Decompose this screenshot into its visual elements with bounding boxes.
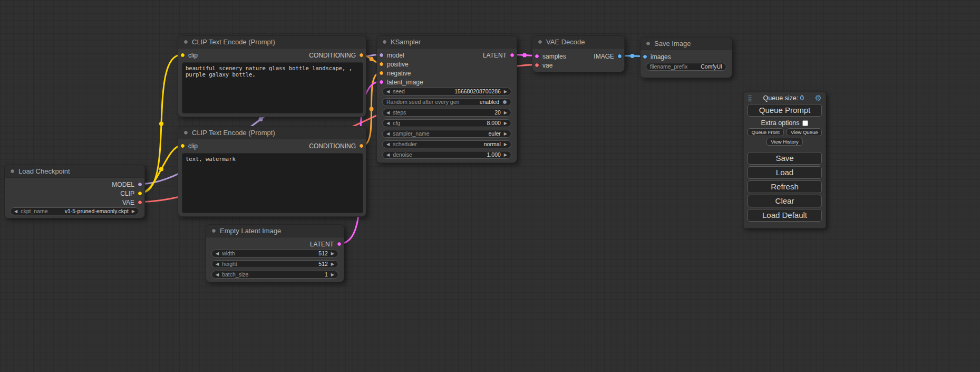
collapse-dot-icon[interactable]	[183, 130, 188, 135]
input-dot-clip-icon[interactable]	[180, 53, 185, 58]
clear-button[interactable]: Clear	[748, 195, 822, 207]
input-slot-clip[interactable]: clip	[178, 51, 198, 60]
input-slot-images[interactable]: images	[641, 52, 671, 61]
input-dot-images-icon[interactable]	[643, 54, 647, 59]
output-dot-conditioning-icon[interactable]	[359, 144, 364, 148]
input-dot-negative-icon[interactable]	[379, 71, 384, 75]
input-slot-positive[interactable]: positive	[377, 60, 409, 69]
input-dot-model-icon[interactable]	[379, 53, 384, 58]
node-vae-decode[interactable]: VAE Decode samples IMAGE vae	[532, 35, 625, 72]
view-queue-button[interactable]: View Queue	[787, 128, 822, 136]
input-slot-negative[interactable]: negative	[377, 69, 411, 78]
widget-ckpt-name[interactable]: ◀ ckpt_name v1-5-pruned-emaonly.ckpt ▶	[10, 207, 139, 215]
decrement-icon[interactable]: ◀	[386, 151, 390, 158]
input-slot-samples[interactable]: samples	[532, 52, 566, 61]
increment-icon[interactable]: ▶	[504, 88, 507, 95]
collapse-dot-icon[interactable]	[382, 40, 387, 44]
next-value-icon[interactable]: ▶	[504, 130, 507, 137]
prev-value-icon[interactable]: ◀	[386, 130, 390, 137]
collapse-dot-icon[interactable]	[211, 228, 216, 233]
increment-icon[interactable]: ▶	[504, 120, 507, 127]
increment-icon[interactable]: ▶	[331, 271, 334, 278]
decrement-icon[interactable]: ◀	[386, 88, 390, 95]
widget-scheduler[interactable]: ◀ scheduler normal ▶	[382, 140, 511, 148]
toggle-dot-icon[interactable]	[502, 100, 507, 104]
input-slot-clip[interactable]: clip	[178, 141, 198, 150]
node-title-bar[interactable]: Load Checkpoint	[5, 165, 144, 178]
decrement-icon[interactable]: ◀	[386, 120, 390, 127]
input-slot-vae[interactable]: vae	[532, 61, 552, 70]
input-dot-clip-icon[interactable]	[180, 144, 185, 148]
output-dot-vae-icon[interactable]	[138, 200, 142, 205]
decrement-icon[interactable]: ◀	[386, 109, 390, 116]
node-graph-canvas[interactable]: Load Checkpoint MODEL CLIP VAE ◀ ckpt_na…	[0, 0, 980, 372]
queue-prompt-button[interactable]: Queue Prompt	[748, 104, 822, 117]
node-title-bar[interactable]: CLIP Text Encode (Prompt)	[178, 36, 366, 49]
node-title-bar[interactable]: VAE Decode	[532, 36, 624, 49]
increment-icon[interactable]: ▶	[504, 151, 507, 158]
increment-icon[interactable]: ▶	[331, 261, 334, 268]
view-history-button[interactable]: View History	[766, 138, 803, 146]
output-dot-latent-icon[interactable]	[337, 242, 342, 246]
widget-filename-prefix[interactable]: filename_prefix ComfyUI	[646, 63, 726, 71]
negative-prompt-textarea[interactable]: text, watermark	[182, 153, 363, 213]
drag-handle-icon[interactable]: ⣿	[748, 94, 752, 102]
output-dot-latent-icon[interactable]	[510, 53, 515, 58]
collapse-dot-icon[interactable]	[538, 40, 542, 44]
node-clip-text-encode-negative[interactable]: CLIP Text Encode (Prompt) clip CONDITION…	[178, 126, 366, 217]
next-value-icon[interactable]: ▶	[504, 141, 507, 148]
positive-prompt-textarea[interactable]: beautiful scenery nature glass bottle la…	[182, 62, 363, 113]
output-slot-conditioning[interactable]: CONDITIONING	[309, 141, 366, 150]
increment-icon[interactable]: ▶	[504, 109, 507, 116]
widget-sampler-name[interactable]: ◀ sampler_name euler ▶	[382, 130, 511, 138]
node-load-checkpoint[interactable]: Load Checkpoint MODEL CLIP VAE ◀ ckpt_na…	[4, 165, 145, 218]
queue-front-button[interactable]: Queue Front	[748, 128, 784, 136]
widget-seed[interactable]: ◀ seed 156680208700286 ▶	[382, 88, 511, 96]
node-title-bar[interactable]: CLIP Text Encode (Prompt)	[178, 127, 366, 139]
collapse-dot-icon[interactable]	[10, 169, 15, 174]
collapse-dot-icon[interactable]	[646, 41, 651, 46]
input-dot-samples-icon[interactable]	[535, 54, 539, 59]
node-clip-text-encode-positive[interactable]: CLIP Text Encode (Prompt) clip CONDITION…	[178, 35, 366, 117]
output-slot-image[interactable]: IMAGE	[594, 52, 624, 61]
output-slot-clip[interactable]: CLIP	[120, 189, 144, 198]
input-dot-vae-icon[interactable]	[535, 63, 539, 68]
output-dot-clip-icon[interactable]	[138, 191, 142, 196]
extra-options-checkbox[interactable]	[802, 120, 808, 126]
output-dot-image-icon[interactable]	[617, 54, 622, 59]
output-slot-model[interactable]: MODEL	[112, 180, 144, 189]
output-slot-latent[interactable]: LATENT	[310, 240, 344, 249]
widget-cfg[interactable]: ◀ cfg 8.000 ▶	[382, 119, 511, 127]
decrement-icon[interactable]: ◀	[216, 271, 219, 278]
node-title-bar[interactable]: Empty Latent Image	[206, 225, 344, 237]
widget-steps[interactable]: ◀ steps 20 ▶	[382, 109, 511, 117]
increment-icon[interactable]: ▶	[331, 250, 334, 257]
prev-value-icon[interactable]: ◀	[386, 141, 390, 148]
widget-width[interactable]: ◀ width 512 ▶	[211, 250, 338, 257]
node-empty-latent-image[interactable]: Empty Latent Image LATENT ◀ width 512 ▶ …	[206, 224, 344, 282]
decrement-icon[interactable]: ◀	[216, 250, 219, 257]
output-slot-latent[interactable]: LATENT	[483, 51, 517, 60]
next-value-icon[interactable]: ▶	[132, 208, 135, 215]
refresh-button[interactable]: Refresh	[748, 180, 822, 193]
settings-gear-icon[interactable]: ⚙	[815, 94, 822, 102]
input-slot-latent-image[interactable]: latent_image	[377, 78, 423, 87]
widget-height[interactable]: ◀ height 512 ▶	[211, 260, 338, 268]
input-dot-positive-icon[interactable]	[379, 62, 384, 66]
output-slot-conditioning[interactable]: CONDITIONING	[309, 51, 366, 60]
node-save-image[interactable]: Save Image images filename_prefix ComfyU…	[640, 37, 732, 78]
input-slot-model[interactable]: model	[377, 51, 404, 60]
node-title-bar[interactable]: KSampler	[377, 36, 517, 49]
output-slot-vae[interactable]: VAE	[122, 198, 144, 207]
load-button[interactable]: Load	[748, 166, 822, 179]
prev-value-icon[interactable]: ◀	[14, 208, 17, 215]
node-ksampler[interactable]: KSampler model LATENT positive negative	[376, 35, 517, 163]
collapse-dot-icon[interactable]	[183, 40, 188, 44]
decrement-icon[interactable]: ◀	[216, 261, 219, 268]
widget-denoise[interactable]: ◀ denoise 1.000 ▶	[382, 151, 511, 159]
output-dot-model-icon[interactable]	[138, 182, 142, 187]
save-button[interactable]: Save	[748, 152, 822, 165]
output-dot-conditioning-icon[interactable]	[359, 53, 364, 58]
widget-batch-size[interactable]: ◀ batch_size 1 ▶	[211, 271, 338, 279]
load-default-button[interactable]: Load Default	[748, 209, 822, 222]
